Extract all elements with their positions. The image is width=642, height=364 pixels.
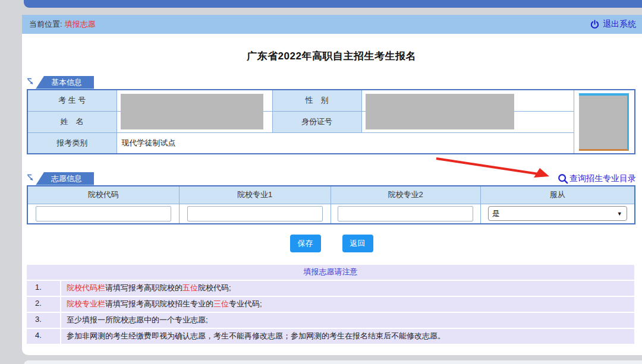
note-number: 3.	[27, 313, 61, 328]
top-nav-bar	[24, 0, 642, 8]
col-college-code: 院校代码	[27, 186, 179, 204]
major-1-input[interactable]	[187, 206, 323, 221]
tab-basic-info: 基本信息	[36, 76, 94, 89]
section-corner-arrow-icon	[27, 77, 34, 88]
college-code-input[interactable]	[36, 206, 171, 221]
id-number-label: 身份证号	[272, 111, 361, 132]
candidate-photo-cell	[574, 90, 635, 154]
power-icon	[590, 20, 600, 30]
basic-info-section-header: 基本信息	[27, 76, 636, 89]
basic-info-table: 考 生 号 性 别 姓 名 身份证号 报考类别 现代学徒制试点	[27, 89, 635, 154]
note-item: 1.院校代码栏请填写报考高职院校的五位院校代码;	[27, 281, 634, 296]
basic-info-table-wrap: 考 生 号 性 别 姓 名 身份证号 报考类别 现代学徒制试点	[27, 89, 636, 154]
note-text: 院校代码栏请填写报考高职院校的五位院校代码;	[61, 281, 634, 296]
query-major-catalog-link[interactable]: 查询招生专业目录	[558, 173, 636, 185]
breadcrumb-bar: 当前位置:填报志愿 退出系统	[22, 15, 642, 34]
obey-select[interactable]: 是 ▼	[488, 206, 627, 221]
redacted-value-box	[121, 94, 263, 129]
main-card: 广东省2022年高职自主招生考生报名 基本信息	[22, 34, 642, 355]
breadcrumb-current: 填报志愿	[65, 20, 96, 29]
query-major-catalog-label: 查询招生专业目录	[569, 173, 636, 184]
breadcrumb: 当前位置:填报志愿	[29, 19, 96, 30]
note-number: 4.	[27, 329, 61, 344]
category-value: 现代学徒制试点	[117, 132, 574, 154]
note-text: 参加非网测的考生经缴费即视为确认志愿，考生不能再修改志愿；参加网测的考生在报名结…	[61, 329, 634, 344]
col-obey: 服从	[480, 186, 635, 204]
col-major-1: 院校专业1	[179, 186, 331, 204]
footer-bar	[24, 360, 642, 364]
note-item: 2.院校专业栏请填写报考高职院校招生专业的三位专业代码;	[27, 297, 634, 312]
notes-title: 填报志愿请注意	[27, 265, 634, 280]
save-button[interactable]: 保存	[290, 235, 321, 252]
name-label: 姓 名	[27, 111, 117, 132]
note-text: 院校专业栏请填写报考高职院校招生专业的三位专业代码;	[61, 297, 634, 312]
section-corner-arrow-icon	[27, 173, 34, 184]
search-icon	[558, 173, 568, 184]
note-text: 至少填报一所院校志愿中的一个专业志愿;	[61, 313, 634, 328]
logout-button[interactable]: 退出系统	[590, 19, 636, 30]
chevron-down-icon: ▼	[617, 211, 622, 217]
candidate-no-label: 考 生 号	[27, 90, 117, 111]
notes-section: 填报志愿请注意 1.院校代码栏请填写报考高职院校的五位院校代码;2.院校专业栏请…	[27, 265, 634, 344]
major-2-input[interactable]	[338, 206, 473, 221]
gender-label: 性 别	[272, 90, 361, 111]
back-button[interactable]: 返回	[342, 235, 373, 252]
note-item: 4.参加非网测的考生经缴费即视为确认志愿，考生不能再修改志愿；参加网测的考生在报…	[27, 329, 634, 344]
category-label: 报考类别	[27, 132, 117, 154]
notes-list: 1.院校代码栏请填写报考高职院校的五位院校代码;2.院校专业栏请填写报考高职院校…	[27, 281, 634, 344]
note-number: 2.	[27, 297, 61, 312]
breadcrumb-label: 当前位置:	[29, 20, 62, 29]
col-major-2: 院校专业2	[331, 186, 480, 204]
redacted-value-box	[366, 94, 514, 129]
logout-label: 退出系统	[603, 19, 636, 30]
note-number: 1.	[27, 281, 61, 296]
action-buttons: 保存 返回	[27, 235, 636, 252]
obey-selected-value: 是	[492, 208, 500, 219]
page-title: 广东省2022年高职自主招生考生报名	[27, 34, 636, 63]
preferences-section-header: 志愿信息 查询招生专业目录	[27, 172, 636, 185]
tab-preferences: 志愿信息	[36, 172, 94, 185]
candidate-photo	[579, 93, 629, 151]
preferences-table: 院校代码 院校专业1 院校专业2 服从 是 ▼	[27, 185, 635, 224]
page-content: 当前位置:填报志愿 退出系统 广东省2022年高职自主招生考生报名	[22, 0, 642, 364]
note-item: 3.至少填报一所院校志愿中的一个专业志愿;	[27, 313, 634, 328]
